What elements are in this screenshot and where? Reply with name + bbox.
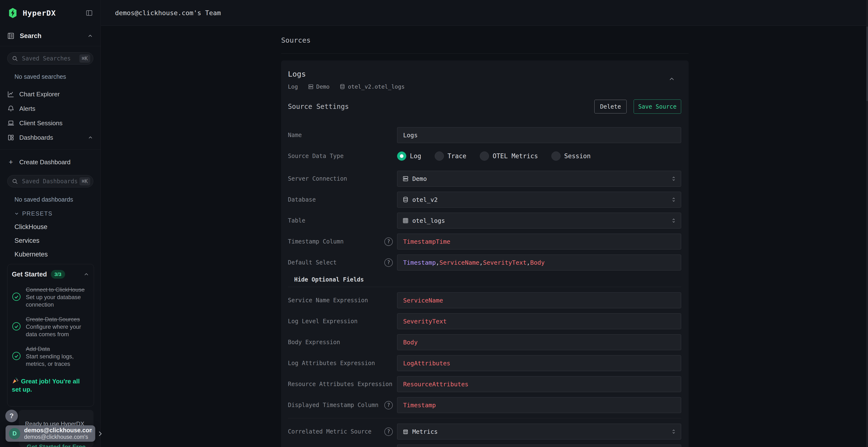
divider: [288, 418, 681, 418]
form-row-log-level: Log Level Expression SeverityText: [288, 313, 681, 329]
help-icon[interactable]: ?: [384, 401, 393, 409]
database-icon: [339, 83, 345, 90]
log-level-label: Log Level Expression: [288, 317, 393, 325]
body-expression-input[interactable]: Body: [397, 334, 681, 350]
search-icon: [12, 56, 18, 62]
laptop-icon: [7, 119, 14, 127]
table-select[interactable]: otel_logs: [397, 213, 681, 229]
log-attributes-input[interactable]: LogAttributes: [397, 355, 681, 371]
radio-log[interactable]: Log: [397, 151, 421, 161]
sidebar-section-search[interactable]: Search: [0, 26, 100, 46]
source-card-title: Logs: [288, 70, 682, 78]
log-level-input[interactable]: SeverityText: [397, 313, 681, 329]
sidebar-item-alerts[interactable]: Alerts: [0, 101, 100, 116]
bell-icon: [7, 105, 14, 112]
user-menu[interactable]: D demos@clickhouse.com demos@clickhouse.…: [5, 425, 95, 442]
saved-searches-input[interactable]: Saved Searches ⌘K: [7, 52, 93, 65]
party-popper-icon: [12, 377, 19, 384]
checklist-item-title: Connect to ClickHouse: [26, 286, 85, 293]
help-icon[interactable]: ?: [384, 238, 393, 246]
database-select[interactable]: otel_v2: [397, 192, 681, 208]
radio-trace[interactable]: Trace: [435, 151, 466, 161]
preset-services[interactable]: Services: [14, 237, 100, 244]
topbar: demos@clickhouse.com's Team: [101, 0, 868, 26]
default-select-label: Default Select: [288, 259, 381, 267]
select-chevrons-icon: [671, 428, 677, 435]
delete-button[interactable]: Delete: [594, 100, 627, 113]
sidebar-item-label: Alerts: [19, 105, 93, 112]
create-dashboard-label: Create Dashboard: [19, 159, 70, 166]
checklist-item-add-data[interactable]: Add Data Start sending logs, metrics, or…: [12, 345, 89, 368]
sidebar-item-label: Client Sessions: [19, 119, 93, 127]
sidebar-item-client-sessions[interactable]: Client Sessions: [0, 116, 100, 130]
saved-searches-placeholder: Saved Searches: [22, 55, 79, 62]
page-title: Sources: [281, 36, 689, 44]
preset-clickhouse[interactable]: ClickHouse: [14, 223, 100, 231]
divider: [281, 54, 689, 54]
app-title: HyperDX: [23, 9, 85, 18]
form-row-server-connection: Server Connection Demo: [288, 171, 681, 187]
get-started-free-link[interactable]: Get Started for Free: [19, 443, 94, 447]
radio-otel-metrics[interactable]: OTEL Metrics: [480, 151, 538, 161]
preset-kubernetes[interactable]: Kubernetes: [14, 251, 100, 258]
user-email: demos@clickhouse.com: [24, 427, 92, 434]
help-button[interactable]: ?: [5, 410, 18, 422]
logo-row: HyperDX: [0, 0, 100, 26]
form-row-correlated-metric: Correlated Metric Source ? Metrics: [288, 424, 681, 440]
get-started-card: Get Started 3/3 Connect to ClickHouse Se…: [7, 264, 94, 407]
sidebar-collapse-icon[interactable]: [85, 9, 93, 16]
correlated-metric-select[interactable]: Metrics: [397, 424, 681, 440]
correlated-metric-label: Correlated Metric Source: [288, 428, 381, 436]
form-row-database: Database otel_v2: [288, 192, 681, 208]
server-connection-select[interactable]: Demo: [397, 171, 681, 187]
progress-badge: 3/3: [51, 270, 65, 279]
user-team: demos@clickhouse.com's: [24, 434, 88, 440]
database-label: Database: [288, 196, 393, 204]
sidebar-item-dashboards[interactable]: Dashboards: [0, 130, 100, 145]
help-icon[interactable]: ?: [384, 427, 393, 436]
select-chevrons-icon: [671, 196, 677, 203]
sidebar-item-chart-explorer[interactable]: Chart Explorer: [0, 87, 100, 101]
team-title: demos@clickhouse.com's Team: [115, 9, 221, 16]
checklist-item-desc: Set up your database connection: [26, 294, 81, 308]
service-name-input[interactable]: ServiceName: [397, 293, 681, 308]
saved-dashboards-input[interactable]: Saved Dashboards ⌘K: [7, 175, 93, 187]
checklist-item-connect[interactable]: Connect to ClickHouse Set up your databa…: [12, 286, 89, 308]
scrollbar[interactable]: [866, 0, 868, 447]
resource-attributes-input[interactable]: ResourceAttributes: [397, 376, 681, 392]
checklist-item-desc: Configure where your data comes from: [26, 323, 81, 337]
check-circle-icon: [12, 292, 21, 301]
table-badge: otel_v2.otel_logs: [339, 83, 405, 90]
form-row-log-attributes: Log Attributes Expression LogAttributes: [288, 355, 681, 371]
presets-toggle[interactable]: PRESETS: [14, 210, 100, 217]
checklist-item-title: Create Data Sources: [26, 316, 80, 322]
sidebar: HyperDX Search Saved Searches ⌘K No save…: [0, 0, 101, 447]
create-dashboard-button[interactable]: + Create Dashboard: [0, 155, 100, 169]
scrollbar-thumb[interactable]: [866, 27, 868, 101]
form-row-name: Name Logs: [288, 127, 681, 143]
default-select-input[interactable]: Timestamp,ServiceName,SeverityText,Body: [397, 254, 681, 271]
sidebar-item-label: Chart Explorer: [19, 91, 93, 98]
save-source-button[interactable]: Save Source: [633, 100, 681, 114]
form-row-timestamp-column: Timestamp Column ? TimestampTime: [288, 234, 681, 249]
name-input[interactable]: Logs: [397, 127, 681, 143]
form-row-table: Table otel_logs: [288, 213, 681, 229]
help-icon[interactable]: ?: [384, 259, 393, 267]
timestamp-column-input[interactable]: TimestampTime: [397, 234, 681, 249]
radio-session[interactable]: Session: [551, 151, 591, 161]
timestamp-column-label: Timestamp Column: [288, 238, 381, 246]
displayed-timestamp-input[interactable]: Timestamp: [397, 397, 681, 413]
divider: [0, 149, 100, 150]
search-section-icon: [7, 32, 14, 39]
chevron-up-icon[interactable]: [83, 271, 89, 277]
kbd-shortcut: ⌘K: [79, 177, 90, 185]
divider: [288, 287, 681, 287]
log-attributes-label: Log Attributes Expression: [288, 359, 393, 367]
saved-dashboards-placeholder: Saved Dashboards: [22, 178, 79, 185]
hide-optional-fields-button[interactable]: Hide Optional Fields: [294, 276, 681, 283]
get-started-title: Get Started: [12, 271, 47, 278]
plus-icon: +: [7, 158, 14, 166]
hyperdx-logo-icon: [7, 7, 18, 19]
checklist-item-sources[interactable]: Create Data Sources Configure where your…: [12, 315, 89, 338]
collapse-chevron-up-icon[interactable]: [668, 75, 675, 82]
